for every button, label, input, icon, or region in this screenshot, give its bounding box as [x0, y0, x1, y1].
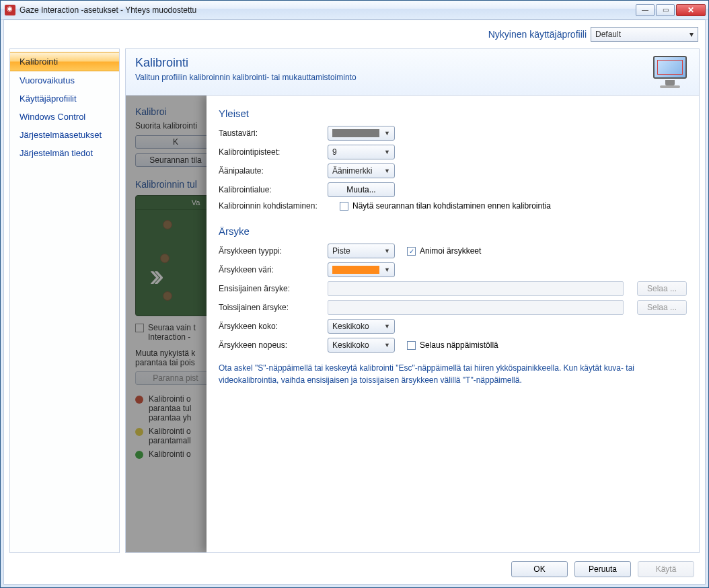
app-icon: [5, 5, 15, 15]
content-body: Kalibroi Suorita kalibrointi K Seurannan…: [126, 96, 699, 552]
select-arsykkeen-koko[interactable]: Keskikoko▼: [328, 319, 395, 334]
checkbox-kohdistaminen[interactable]: Näytä seurannan tilan kohdistaminen enne…: [340, 201, 551, 211]
window-title: Gaze Interaction -asetukset - Yhteys muo…: [20, 5, 196, 15]
sidebar-item-kayttajaprofiilit[interactable]: Käyttäjäprofiilit: [10, 89, 119, 108]
page-title: Kalibrointi: [135, 56, 357, 70]
label-aanipalaute: Äänipalaute:: [219, 166, 321, 176]
label-arsykkeen-vari: Ärsykkeen väri:: [219, 265, 321, 274]
app-window: Gaze Interaction -asetukset - Yhteys muo…: [0, 0, 709, 588]
titlebar: Gaze Interaction -asetukset - Yhteys muo…: [1, 1, 708, 20]
maximize-button[interactable]: ▭: [656, 4, 675, 16]
label-toissijainen: Toissijainen ärsyke:: [219, 303, 321, 312]
minimize-button[interactable]: —: [636, 4, 655, 16]
sidebar-item-jarjestelman-tiedot[interactable]: Järjestelmän tiedot: [10, 144, 119, 162]
settings-overlay: Yleiset Taustaväri: ▼ Kalibrointipisteet…: [207, 96, 699, 552]
label-arsykkeen-tyyppi: Ärsykkeen tyyppi:: [219, 246, 321, 256]
content-header: Kalibrointi Valitun profiilin kalibroinn…: [126, 49, 699, 96]
select-arsykkeen-vari[interactable]: ▼: [328, 262, 395, 277]
label-kalibrointipisteet: Kalibrointipisteet:: [219, 147, 321, 157]
cancel-button[interactable]: Peruuta: [574, 561, 631, 577]
checkbox-selaus-nappaimistolla[interactable]: Selaus näppäimistöllä: [407, 340, 498, 350]
page-subtitle: Valitun profiilin kalibroinnin kalibroin…: [135, 73, 357, 82]
checkbox-animoi[interactable]: ✓ Animoi ärsykkeet: [407, 246, 481, 256]
sidebar-item-vuorovaikutus[interactable]: Vuorovaikutus: [10, 71, 119, 89]
sidebar-item-jarjestelmaasetukset[interactable]: Järjestelmäasetukset: [10, 126, 119, 144]
label-kohdistaminen: Kalibroinnin kohdistaminen:: [219, 201, 333, 211]
monitor-icon: [650, 56, 689, 88]
dimmer-overlay: [126, 96, 207, 552]
profile-selected: Default: [595, 30, 621, 39]
label-arsykkeen-nopeus: Ärsykkeen nopeus:: [219, 340, 321, 350]
select-arsykkeen-tyyppi[interactable]: Piste▼: [328, 244, 395, 258]
help-text: Ota askel "S"-näppäimellä tai keskeytä k…: [219, 362, 687, 386]
button-selaa-2: Selaa ...: [637, 300, 687, 315]
main-area: Kalibrointi Vuorovaikutus Käyttäjäprofii…: [9, 48, 700, 553]
section-title-arsyke: Ärsyke: [219, 225, 687, 237]
input-toissijainen: [328, 300, 624, 315]
input-ensisijainen: [328, 281, 624, 296]
select-taustavari[interactable]: ▼: [328, 126, 395, 141]
select-kalibrointipisteet[interactable]: 9▼: [328, 145, 395, 159]
select-aanipalaute[interactable]: Äänimerkki▼: [328, 163, 395, 178]
profile-select[interactable]: Default ▾: [591, 27, 698, 42]
sidebar-item-kalibrointi[interactable]: Kalibrointi: [10, 52, 119, 71]
close-button[interactable]: ✕: [676, 4, 706, 16]
button-muuta[interactable]: Muuta...: [328, 182, 395, 197]
profile-label: Nykyinen käyttäjäprofiili: [488, 29, 587, 40]
label-arsykkeen-koko: Ärsykkeen koko:: [219, 322, 321, 331]
chevron-down-icon: ▾: [689, 30, 694, 39]
label-kalibrointialue: Kalibrointialue:: [219, 185, 321, 194]
content-panel: Kalibrointi Valitun profiilin kalibroinn…: [125, 48, 700, 553]
sidebar-item-windows-control[interactable]: Windows Control: [10, 108, 119, 126]
ok-button[interactable]: OK: [511, 561, 568, 577]
dialog-footer: OK Peruuta Käytä: [9, 557, 700, 579]
profile-bar: Nykyinen käyttäjäprofiili Default ▾: [9, 24, 700, 44]
section-title-yleiset: Yleiset: [219, 108, 687, 119]
sidebar: Kalibrointi Vuorovaikutus Käyttäjäprofii…: [9, 48, 120, 553]
apply-button: Käytä: [638, 561, 694, 577]
label-ensisijainen: Ensisijainen ärsyke:: [219, 284, 321, 293]
button-selaa-1: Selaa ...: [637, 281, 687, 296]
label-taustavari: Taustaväri:: [219, 128, 321, 138]
select-arsykkeen-nopeus[interactable]: Keskikoko▼: [328, 338, 395, 353]
client-area: Nykyinen käyttäjäprofiili Default ▾ Kali…: [3, 20, 706, 585]
